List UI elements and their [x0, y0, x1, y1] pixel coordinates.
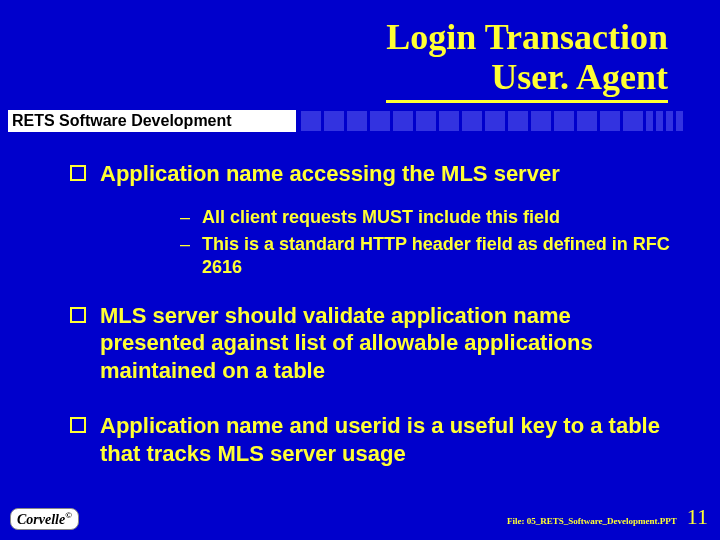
bullet-item: Application name accessing the MLS serve… [70, 160, 670, 188]
sub-bullet-item: – All client requests MUST include this … [180, 206, 670, 229]
bullet-item: Application name and userid is a useful … [70, 412, 670, 467]
logo: Corvelle© [10, 508, 79, 530]
page-number: 11 [687, 504, 708, 530]
dash-icon: – [180, 233, 190, 256]
copyright-icon: © [65, 510, 72, 520]
dash-icon: – [180, 206, 190, 229]
deck-label: RETS Software Development [8, 110, 296, 132]
bullet-text: Application name accessing the MLS serve… [100, 160, 560, 188]
title-line-1: Login Transaction [386, 17, 668, 57]
square-bullet-icon [70, 417, 86, 433]
title-line-2: User. Agent [386, 58, 668, 104]
bullet-text: Application name and userid is a useful … [100, 412, 670, 467]
slide-title: Login Transaction User. Agent [386, 18, 668, 103]
slide: Login Transaction User. Agent RETS Softw… [0, 0, 720, 540]
sub-bullets: – All client requests MUST include this … [180, 206, 670, 280]
square-bullet-icon [70, 307, 86, 323]
square-bullet-icon [70, 165, 86, 181]
sub-bullet-item: – This is a standard HTTP header field a… [180, 233, 670, 280]
content-area: Application name accessing the MLS serve… [70, 160, 670, 485]
bullet-item: MLS server should validate application n… [70, 302, 670, 385]
sub-bullet-text: This is a standard HTTP header field as … [202, 233, 670, 280]
sub-bullet-text: All client requests MUST include this fi… [202, 206, 560, 229]
header-pattern [300, 110, 710, 132]
file-label: File: 05_RETS_Software_Development.PPT [507, 516, 677, 526]
footer: File: 05_RETS_Software_Development.PPT 1… [507, 504, 708, 530]
bullet-text: MLS server should validate application n… [100, 302, 670, 385]
logo-text: Corvelle [17, 512, 65, 527]
